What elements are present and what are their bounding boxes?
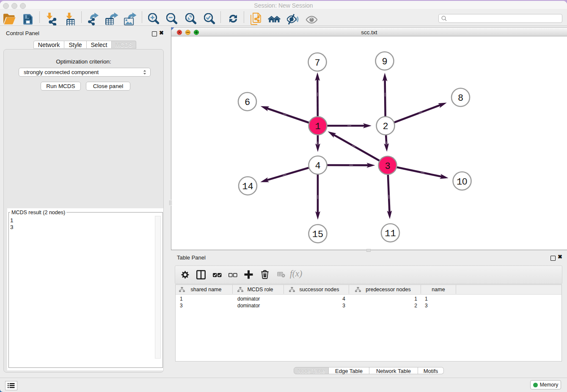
svg-text:4: 4 [315, 161, 320, 171]
svg-text:14: 14 [242, 182, 253, 192]
svg-text:0: 0 [462, 176, 467, 187]
svg-text:9: 9 [382, 57, 387, 67]
svg-text:7: 7 [314, 58, 320, 69]
svg-text:2: 2 [383, 121, 388, 132]
svg-text:8: 8 [458, 93, 463, 104]
svg-text:11: 11 [385, 229, 396, 239]
svg-text:15: 15 [312, 229, 323, 240]
svg-text:1: 1 [315, 121, 320, 132]
svg-text:6: 6 [245, 97, 250, 108]
svg-text:3: 3 [385, 161, 390, 172]
svg-text:1: 1 [457, 177, 462, 188]
